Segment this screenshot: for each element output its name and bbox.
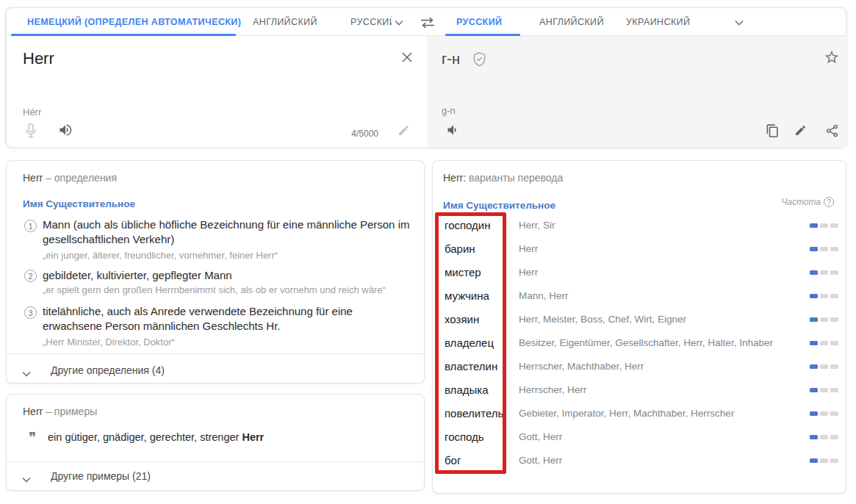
translation-row[interactable]: владелец Besitzer, Eigentümer, Gesellsch… [433,331,846,355]
verified-shield-check-icon [472,51,486,70]
translation-glosses: Gott, Herr [519,425,562,449]
definition-example-2: „er spielt gern den großen Herrnbenimmt … [43,284,410,295]
translation-word[interactable]: хозяин [445,308,479,331]
frequency-header: Частота ? [781,197,834,207]
translation-rows: господин Herr, Sir барин Herr мистер Her… [433,214,846,472]
translation-word[interactable]: повелитель [445,402,503,425]
translation-row[interactable]: барин Herr [433,237,846,261]
divider [7,353,424,354]
translation-glosses: Mann, Herr [519,284,569,308]
translation-row[interactable]: бог Gott, Herr [433,449,846,472]
definitions-title-word: Herr [23,172,46,184]
clear-text-close-icon[interactable] [400,51,414,64]
translation-row[interactable]: господин Herr, Sir [433,214,846,237]
more-examples-toggle[interactable]: Другие примеры (21) [51,470,151,482]
translation-glosses: Herr [519,261,538,284]
definition-text-2: gebildeter, kultivierter, gepflegter Man… [43,268,410,283]
translation-glosses: Herrscher, Machthaber, Herr [519,355,644,378]
frequency-bar [810,247,838,251]
frequency-bar [810,411,838,416]
translations-card: Herr: варианты перевода Имя Существитель… [432,160,846,494]
source-speaker-icon[interactable] [58,123,73,140]
target-tab-russian[interactable]: РУССКИЙ [456,8,502,36]
frequency-bar [810,294,838,298]
target-text-panel: г-н g-n [427,36,847,147]
more-definitions-toggle[interactable]: Другие определения (4) [51,364,165,376]
definitions-pos-label: Имя Существительное [23,198,135,209]
help-icon[interactable]: ? [824,197,834,207]
definitions-title: Herr – определения [23,172,117,184]
translation-row[interactable]: мужчина Mann, Herr [433,284,846,308]
source-language-chevron-down-icon[interactable] [394,19,404,26]
language-tabbar: НЕМЕЦКИЙ (ОПРЕДЕЛЕН АВТОМАТИЧЕСКИ) АНГЛИ… [7,8,846,36]
translations-title-word: Herr: [443,172,466,184]
translations-pos-label: Имя Существительное [443,200,555,211]
frequency-bar [810,341,838,345]
translation-glosses: Gott, Herr [519,449,562,472]
translation-word[interactable]: господь [445,425,484,449]
more-examples-chevron-down-icon[interactable] [21,473,32,486]
definition-number-2: 2 [24,270,37,282]
save-star-icon[interactable] [824,49,840,68]
example-sentence-keyword: Herr [242,431,264,443]
swap-languages-icon[interactable] [420,16,436,29]
source-tab-english[interactable]: АНГЛИЙСКИЙ [253,8,317,36]
definition-text-1: Mann (auch als übliche höfliche Bezeichn… [43,217,410,247]
target-tab-english[interactable]: АНГЛИЙСКИЙ [539,8,604,36]
translation-word[interactable]: владелец [445,331,494,355]
more-definitions-chevron-down-icon[interactable] [21,367,32,381]
source-tab-russian[interactable]: РУССКИЙ [350,8,392,36]
definition-text-3: titelähnliche, auch als Anrede verwendet… [43,304,410,334]
translation-glosses: Herr [519,237,538,261]
frequency-bar [810,223,838,228]
examples-card: Herr – примеры ❞ ein gütiger, gnädiger, … [6,394,425,491]
suggest-edit-pencil-icon[interactable] [794,124,807,140]
translation-word[interactable]: властелин [445,355,497,378]
translation-word[interactable]: мистер [445,261,481,284]
target-text: г-н [442,51,460,68]
translation-word[interactable]: бог [445,449,461,472]
frequency-bar [810,435,838,439]
share-icon[interactable] [825,123,839,141]
translation-glosses: Herrscher, Herr [519,378,586,402]
frequency-bar [810,317,838,322]
translations-title-suffix: варианты перевода [466,172,563,184]
char-counter: 4/5000 [351,129,378,139]
translation-word[interactable]: господин [445,214,491,237]
examples-title: Herr – примеры [23,406,97,417]
divider [7,461,424,462]
source-tab-detected-german[interactable]: НЕМЕЦКИЙ (ОПРЕДЕЛЕН АВТОМАТИЧЕСКИ) [27,8,241,36]
definition-example-1: „ein junger, älterer, freundlicher, vorn… [43,250,410,261]
translation-row[interactable]: хозяин Herr, Meister, Boss, Chef, Wirt, … [433,308,846,331]
translation-glosses: Herr, Meister, Boss, Chef, Wirt, Eigner [519,308,686,331]
microphone-icon[interactable] [24,123,37,142]
target-speaker-icon[interactable] [446,123,461,140]
translation-word[interactable]: мужчина [445,284,489,308]
target-language-chevron-down-icon[interactable] [734,19,744,26]
copy-icon[interactable] [766,123,780,141]
source-transliteration: Hérr [23,107,41,118]
source-text[interactable]: Herr [23,49,54,68]
translation-word[interactable]: барин [445,237,475,261]
examples-title-word: Herr [23,406,46,417]
frequency-bar [810,364,838,369]
source-edit-pencil-icon[interactable] [398,124,410,140]
target-transliteration: g-n [442,105,456,116]
source-text-panel[interactable]: Herr Hérr 4/5000 [7,36,427,147]
definition-number-1: 1 [24,220,37,232]
translation-row[interactable]: мистер Herr [433,261,846,284]
frequency-bar [810,270,838,275]
translation-glosses: Herr, Sir [519,214,555,237]
translation-word[interactable]: владыка [445,378,489,402]
quote-icon: ❞ [29,429,36,446]
translation-row[interactable]: властелин Herrscher, Machthaber, Herr [433,355,846,378]
translation-row[interactable]: владыка Herrscher, Herr [433,378,846,402]
translation-row[interactable]: повелитель Gebieter, Imperator, Herr, Ma… [433,402,846,425]
frequency-bar [810,388,838,392]
example-sentence-prefix: ein gütiger, gnädiger, gerechter, streng… [48,431,242,443]
frequency-label: Частота [781,197,821,207]
target-tab-ukrainian[interactable]: УКРАИНСКИЙ [626,8,690,36]
definition-number-3: 3 [24,306,37,319]
translation-row[interactable]: господь Gott, Herr [433,425,846,449]
frequency-bar [810,458,838,463]
